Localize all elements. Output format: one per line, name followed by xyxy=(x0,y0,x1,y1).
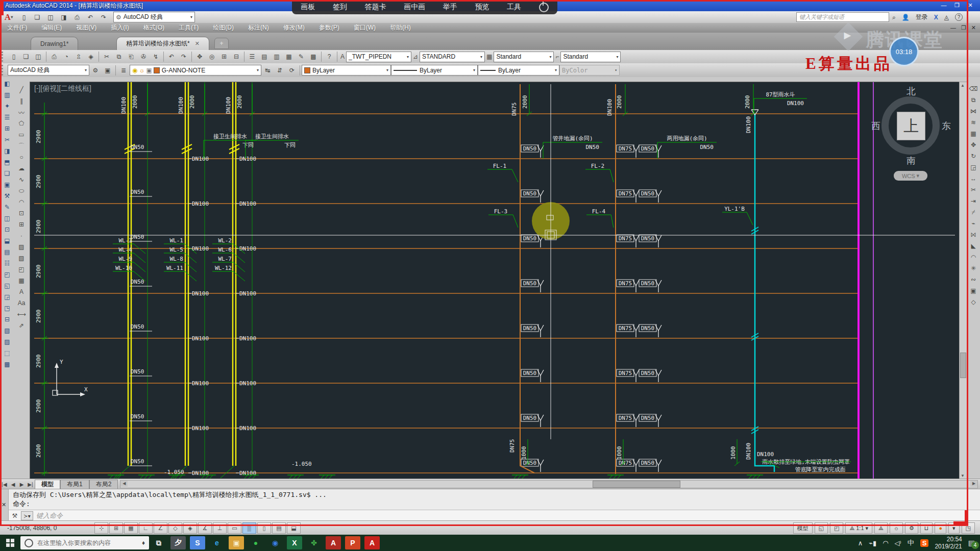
plugin-icon-7[interactable]: ◨ xyxy=(1,145,13,157)
otrack-icon[interactable]: ∡ xyxy=(198,522,212,534)
overlay-menu-item-1[interactable]: 画板 xyxy=(301,3,315,12)
plugin-icon-9[interactable]: ❏ xyxy=(1,168,13,179)
menu-item-11[interactable]: 窗口(W) xyxy=(347,23,383,32)
tool-palettes-icon[interactable]: ▥ xyxy=(271,52,282,62)
action-center-icon[interactable]: ▤4 xyxy=(968,539,975,547)
start-button[interactable] xyxy=(0,539,20,547)
block-editor-icon[interactable]: ↯ xyxy=(150,52,161,62)
osnap3d-icon[interactable]: ◈ xyxy=(183,522,197,534)
viewcube-west-label[interactable]: 西 xyxy=(871,120,880,132)
plugin-icon-10[interactable]: ▣ xyxy=(1,179,13,190)
green-app-icon[interactable]: ● xyxy=(248,536,263,549)
viewport-label[interactable]: [-][俯视][二维线框] xyxy=(34,84,91,93)
overlay-menu-item-3[interactable]: 答题卡 xyxy=(365,3,386,12)
break-point-icon[interactable]: ⌿ xyxy=(967,207,979,218)
task-view-icon[interactable]: ⧉ xyxy=(151,536,166,549)
new-icon[interactable]: ▯ xyxy=(8,52,19,62)
linetype-combo[interactable]: ByLayer▾ xyxy=(391,65,478,76)
region-icon[interactable]: ◰ xyxy=(15,264,28,275)
tray-expand-icon[interactable]: ∧ xyxy=(858,539,863,547)
infer-constraints-icon[interactable]: ⊹ xyxy=(94,522,108,534)
snap-icon[interactable]: ⊞ xyxy=(109,522,123,534)
arc-icon[interactable]: ⌒ xyxy=(15,140,28,152)
dimension-icon[interactable]: ⟷ xyxy=(15,309,28,320)
ifly-icon[interactable]: 夕 xyxy=(170,536,186,549)
plugin-icon-19[interactable]: ◱ xyxy=(1,280,13,291)
autodesk360-icon[interactable]: ◬ xyxy=(944,14,949,21)
autocad-icon[interactable]: A xyxy=(326,536,341,549)
sogou-icon[interactable]: S xyxy=(190,536,205,549)
document-tab[interactable]: 精算培训楼给排水图纸*✕ xyxy=(116,37,209,50)
help-icon[interactable]: ? xyxy=(955,13,963,21)
autocad-logo[interactable]: A▾ xyxy=(0,11,17,23)
viewcube-top-face[interactable]: 上 xyxy=(897,112,925,140)
ellipse-icon[interactable]: ⬭ xyxy=(15,185,28,196)
view-cube[interactable]: 上 北 南 西 东 WCS ▾ xyxy=(870,85,952,187)
transparency-icon[interactable]: ▯ xyxy=(257,522,271,534)
layout-nav-icon-3[interactable]: ▶ xyxy=(17,482,26,487)
osnap-icon[interactable]: ◇ xyxy=(168,522,182,534)
annotation-visibility-icon[interactable]: ⟁ xyxy=(874,522,888,534)
edge-icon[interactable]: e xyxy=(209,536,225,549)
toolbar-grip[interactable] xyxy=(2,65,6,76)
plugin-icon-23[interactable]: ▧ xyxy=(1,325,13,336)
plugin-icon-18[interactable]: ◰ xyxy=(1,269,13,280)
layout-tab-布局2[interactable]: 布局2 xyxy=(89,480,118,489)
lineweight-icon[interactable]: ▒ xyxy=(242,522,256,534)
copy-icon[interactable]: ⧉ xyxy=(967,94,979,106)
polygon-icon[interactable]: ⬠ xyxy=(15,118,28,129)
drawing-canvas[interactable]: [-][俯视][二维线框] 29002900290029002900290029… xyxy=(30,82,960,480)
paste-icon[interactable]: ⎗ xyxy=(126,52,137,62)
wcs-menu[interactable]: WCS ▾ xyxy=(894,171,927,181)
leader-icon[interactable]: ⇗ xyxy=(15,320,28,331)
command-input-row[interactable]: ⚒ ≻▾ 键入命令 xyxy=(9,510,980,521)
dwf-icon[interactable]: ◈ xyxy=(85,52,96,62)
zoom-realtime-icon[interactable]: ◎ xyxy=(206,52,217,62)
annotation-scale-button[interactable]: ⟁ 1:1 ▾ xyxy=(845,522,872,534)
color-combo[interactable]: ByLayer▾ xyxy=(302,65,391,76)
layer-previous-icon[interactable]: ⇵ xyxy=(274,65,285,76)
plugin-icon-21[interactable]: ◳ xyxy=(1,303,13,314)
dim-style-combo[interactable]: STANDARD▾ xyxy=(420,52,485,62)
layout-nav-icon-2[interactable]: ◀ xyxy=(9,482,17,487)
horizontal-scroll-thumb[interactable] xyxy=(593,481,680,488)
isolate-objects-icon[interactable]: ● xyxy=(935,522,946,534)
fillet-icon[interactable]: ◠ xyxy=(967,252,979,263)
vertical-scrollbar[interactable]: ▲ ▼ xyxy=(959,82,967,480)
menu-item-8[interactable]: 标注(N) xyxy=(241,23,276,32)
new-icon[interactable]: ▯ xyxy=(18,12,30,22)
erase-icon[interactable]: ⌫ xyxy=(967,83,979,94)
menu-item-6[interactable]: 工具(T) xyxy=(172,23,206,32)
make-current-icon[interactable]: ↹ xyxy=(262,65,273,76)
menu-item-4[interactable]: 插入(I) xyxy=(104,23,136,32)
cut-icon[interactable]: ✂ xyxy=(101,52,112,62)
zoom-previous-icon[interactable]: ⊟ xyxy=(231,52,242,62)
insert-block-icon[interactable]: ⊡ xyxy=(15,208,28,219)
document-tab[interactable]: Drawing1* xyxy=(31,37,78,50)
plugin-icon-20[interactable]: ◲ xyxy=(1,291,13,303)
selection-cycling-icon[interactable]: ⬓ xyxy=(287,522,301,534)
overlay-menu-item-5[interactable]: 举手 xyxy=(443,3,457,12)
plot-preview-icon[interactable]: ◔ xyxy=(61,52,72,62)
mdi-close-icon[interactable]: ✕ xyxy=(971,24,976,31)
plugin-icon-15[interactable]: ⬓ xyxy=(1,235,13,246)
ellipse-arc-icon[interactable]: ◠ xyxy=(15,196,28,208)
layout-tab-模型[interactable]: 模型 xyxy=(35,480,60,489)
menu-item-1[interactable]: 文件(F) xyxy=(0,23,34,32)
table-style-combo[interactable]: Standard▾ xyxy=(494,52,554,62)
workspace-combo-2[interactable]: AutoCAD 经典▾ xyxy=(8,65,89,76)
region-icon[interactable]: ▣ xyxy=(967,285,979,296)
plugin-icon-1[interactable]: ◧ xyxy=(1,78,13,89)
chamfer-icon[interactable]: ◣ xyxy=(967,240,979,252)
scale-icon[interactable]: ◲ xyxy=(967,162,979,173)
layer-on-icon[interactable]: ◉ xyxy=(132,67,137,74)
rectangle-icon[interactable]: ▭ xyxy=(15,129,28,140)
layer-freeze-icon[interactable]: ☼ xyxy=(139,67,144,74)
plant-icon[interactable]: ✤ xyxy=(306,536,322,549)
command-close-icon[interactable]: ✕ xyxy=(2,502,6,508)
acrobat-icon[interactable]: A xyxy=(364,536,380,549)
overlay-menu-item-6[interactable]: 预览 xyxy=(475,3,489,12)
copy-icon[interactable]: ⧉ xyxy=(113,52,125,62)
plugin-icon-5[interactable]: ⊞ xyxy=(1,123,13,134)
join-icon[interactable]: ⨝ xyxy=(967,229,979,240)
